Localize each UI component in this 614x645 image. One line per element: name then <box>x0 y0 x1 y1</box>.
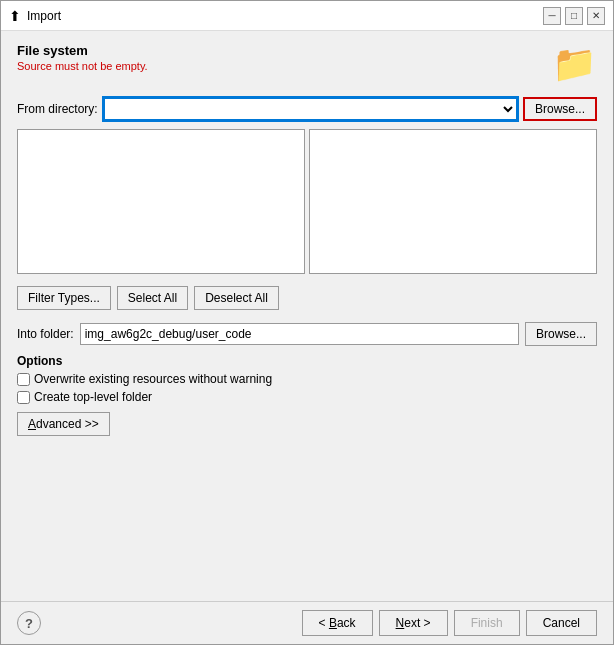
title-bar-left: ⬆ Import <box>9 8 61 24</box>
select-all-button[interactable]: Select All <box>117 286 188 310</box>
into-folder-row: Into folder: Browse... <box>17 322 597 346</box>
deselect-all-button[interactable]: Deselect All <box>194 286 279 310</box>
filter-types-button[interactable]: Filter Types... <box>17 286 111 310</box>
browse-button-bottom[interactable]: Browse... <box>525 322 597 346</box>
options-section: Options Overwrite existing resources wit… <box>17 354 597 436</box>
back-label: < Back <box>319 616 356 630</box>
bottom-bar: ? < Back Next > Finish Cancel <box>1 601 613 644</box>
browse-button-top[interactable]: Browse... <box>523 97 597 121</box>
advanced-button[interactable]: Advanced >> <box>17 412 110 436</box>
overwrite-label: Overwrite existing resources without war… <box>34 372 272 386</box>
from-directory-label: From directory: <box>17 102 98 116</box>
folder-icon: 📁 <box>552 43 597 85</box>
filter-row: Filter Types... Select All Deselect All <box>17 286 597 310</box>
title-bar-controls: ─ □ ✕ <box>543 7 605 25</box>
options-title: Options <box>17 354 597 368</box>
maximize-button[interactable]: □ <box>565 7 583 25</box>
overwrite-checkbox[interactable] <box>17 373 30 386</box>
dialog-title: Import <box>27 9 61 23</box>
section-subtitle: Source must not be empty. <box>17 60 148 72</box>
main-content: File system Source must not be empty. 📁 … <box>1 31 613 601</box>
back-button[interactable]: < Back <box>302 610 373 636</box>
dialog-icon: ⬆ <box>9 8 21 24</box>
next-label: Next > <box>396 616 431 630</box>
toplevel-label: Create top-level folder <box>34 390 152 404</box>
title-bar: ⬆ Import ─ □ ✕ <box>1 1 613 31</box>
close-button[interactable]: ✕ <box>587 7 605 25</box>
from-directory-input[interactable] <box>104 98 517 120</box>
section-title: File system <box>17 43 148 58</box>
header-section: File system Source must not be empty. 📁 <box>17 43 597 85</box>
file-list-panel[interactable] <box>309 129 597 274</box>
spacer <box>17 444 597 589</box>
into-folder-label: Into folder: <box>17 327 74 341</box>
minimize-button[interactable]: ─ <box>543 7 561 25</box>
toplevel-checkbox[interactable] <box>17 391 30 404</box>
header-text: File system Source must not be empty. <box>17 43 148 72</box>
file-tree-panel[interactable] <box>17 129 305 274</box>
import-dialog: ⬆ Import ─ □ ✕ File system Source must n… <box>0 0 614 645</box>
overwrite-checkbox-row: Overwrite existing resources without war… <box>17 372 597 386</box>
file-panels <box>17 129 597 274</box>
next-button[interactable]: Next > <box>379 610 448 636</box>
help-button[interactable]: ? <box>17 611 41 635</box>
nav-buttons: < Back Next > Finish Cancel <box>302 610 597 636</box>
toplevel-checkbox-row: Create top-level folder <box>17 390 597 404</box>
into-folder-input[interactable] <box>80 323 519 345</box>
finish-button[interactable]: Finish <box>454 610 520 636</box>
advanced-label: Advanced >> <box>28 417 99 431</box>
cancel-button[interactable]: Cancel <box>526 610 597 636</box>
from-directory-row: From directory: Browse... <box>17 97 597 121</box>
